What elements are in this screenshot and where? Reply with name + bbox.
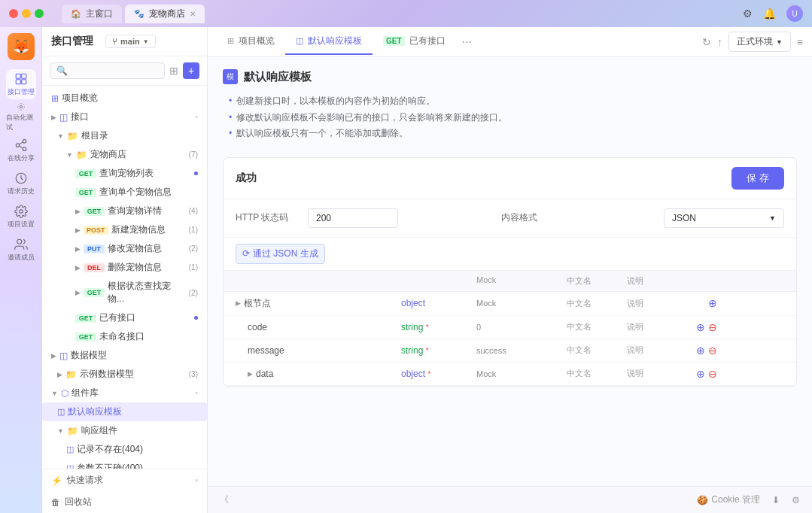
tree-label: 参数不正确(400) xyxy=(77,462,143,469)
tree-item-interface[interactable]: ▶ ◫ 接口 • xyxy=(42,108,207,126)
tree-item-existing-api[interactable]: GET 已有接口 xyxy=(42,308,207,327)
tab-pet-shop[interactable]: 🐾 宠物商店 ✕ xyxy=(125,5,205,23)
tree-item-data-model[interactable]: ▶ ◫ 数据模型 xyxy=(42,346,207,365)
field-type-cell: string * xyxy=(401,345,476,356)
chevron-down-icon: ▼ xyxy=(51,390,58,397)
tree-label: 示例数据模型 xyxy=(80,368,134,381)
save-button[interactable]: 保 存 xyxy=(731,167,784,190)
tree-item-example-model[interactable]: ▶ 📁 示例数据模型 (3) xyxy=(42,365,207,384)
sidebar-label-interface: 接口管理 xyxy=(8,87,35,97)
svg-rect-2 xyxy=(16,79,20,83)
quick-request-item[interactable]: ⚡ 快速请求 • xyxy=(42,469,207,491)
settings-icon[interactable]: ⚙ xyxy=(743,8,753,20)
tab-close-icon[interactable]: ✕ xyxy=(190,10,196,18)
filter-icon[interactable]: ⊞ xyxy=(169,65,178,77)
remove-field-button[interactable]: ⊖ xyxy=(708,321,717,333)
tree-item-query-by-status[interactable]: ▶ GET 根据状态查找宠物... (2) xyxy=(42,277,207,308)
tree-item-delete-pet[interactable]: ▶ DEL 删除宠物信息 (1) xyxy=(42,258,207,277)
tree-item-new-pet[interactable]: ▶ POST 新建宠物信息 (1) xyxy=(42,220,207,239)
chevron-right-icon: ▶ xyxy=(75,289,81,296)
recycle-item[interactable]: 🗑 回收站 xyxy=(42,491,207,513)
remove-field-button[interactable]: ⊖ xyxy=(708,368,717,380)
chevron-down-icon: ▼ xyxy=(143,38,149,45)
tree-item-record-not-found[interactable]: ◫ 记录不存在(404) xyxy=(42,440,207,459)
tree-item-project-overview[interactable]: ⊞ 项目概览 xyxy=(42,89,207,108)
chevron-right-icon: ▶ xyxy=(236,299,241,307)
info-list: 创建新接口时，以本模板的内容作为初始的响应。 修改默认响应模板不会影响已有的接口… xyxy=(223,93,797,142)
import-button[interactable]: ⬇ xyxy=(772,495,780,505)
generate-icon: ⟳ xyxy=(242,248,250,259)
settings-button[interactable]: ⚙ xyxy=(792,495,800,505)
sidebar-label-invite: 邀请成员 xyxy=(8,253,35,263)
tree-item-modify-pet[interactable]: ▶ PUT 修改宠物信息 (2) xyxy=(42,239,207,258)
tree-label: 记录不存在(404) xyxy=(77,443,143,456)
bottom-right-actions: 🍪 Cookie 管理 ⬇ ⚙ xyxy=(697,493,800,506)
row-actions: ⊕ ⊖ xyxy=(672,321,717,333)
add-field-button[interactable]: ⊕ xyxy=(696,345,705,357)
main-content: ⊞ 项目概览 ◫ 默认响应模板 GET 已有接口 ··· ↻ ↑ 正式环境 ▼ … xyxy=(208,27,812,513)
tree-item-pet-shop[interactable]: ▼ 📁 宠物商店 (7) xyxy=(42,145,207,164)
search-input[interactable] xyxy=(71,65,158,76)
method-badge-get: GET xyxy=(75,314,96,323)
tree-item-components[interactable]: ▼ ⬡ 组件库 • xyxy=(42,384,207,402)
app-container: 🦊 接口管理 自动化测试 在线分享 请求历史 项目设置 邀请成员 接口管理 xyxy=(0,27,812,513)
avatar[interactable]: U xyxy=(786,5,803,22)
tree-item-default-template[interactable]: ◫ 默认响应模板 xyxy=(42,402,207,421)
tab-default-response[interactable]: ◫ 默认响应模板 xyxy=(285,29,373,55)
tree-label: 接口 xyxy=(71,111,89,123)
item-count: (1) xyxy=(189,263,198,272)
chevron-down-icon: ▼ xyxy=(776,38,783,46)
env-selector[interactable]: 正式环境 ▼ xyxy=(728,32,791,52)
tab-project-overview[interactable]: ⊞ 项目概览 xyxy=(217,29,285,55)
tree-label: 根目录 xyxy=(81,129,108,142)
http-status-input[interactable] xyxy=(308,208,398,228)
tree-item-query-detail[interactable]: ▶ GET 查询宠物详情 (4) xyxy=(42,202,207,220)
add-button[interactable]: + xyxy=(183,62,199,79)
tree-item-root[interactable]: ▼ 📁 根目录 xyxy=(42,126,207,145)
close-button[interactable] xyxy=(9,9,18,18)
tree-item-response-components[interactable]: ▼ 📁 响应组件 xyxy=(42,421,207,440)
cookie-label: Cookie 管理 xyxy=(711,493,760,506)
collapse-button[interactable]: 《 xyxy=(220,493,229,506)
sidebar-item-share[interactable]: 在线分享 xyxy=(6,135,36,165)
cookie-manager-button[interactable]: 🍪 Cookie 管理 xyxy=(697,493,760,506)
tree-item-query-single[interactable]: GET 查询单个宠物信息 xyxy=(42,183,207,202)
add-field-button[interactable]: ⊕ xyxy=(708,297,717,309)
tab-home[interactable]: 🏠 主窗口 xyxy=(62,5,122,23)
field-type: string xyxy=(401,345,423,356)
refresh-icon[interactable]: ↻ xyxy=(702,36,711,48)
sidebar-item-invite[interactable]: 邀请成员 xyxy=(6,235,36,265)
content-format-selector[interactable]: JSON ▼ xyxy=(664,208,784,228)
add-field-button[interactable]: ⊕ xyxy=(696,368,705,380)
more-menu-icon[interactable]: ≡ xyxy=(797,36,803,48)
bell-icon[interactable]: 🔔 xyxy=(763,8,776,20)
required-star: * xyxy=(427,370,430,378)
upload-icon[interactable]: ↑ xyxy=(717,36,722,48)
sidebar-item-interface[interactable]: 接口管理 xyxy=(6,69,36,99)
info-item-3: 默认响应模板只有一个，不能添加或删除。 xyxy=(229,126,797,142)
branch-selector[interactable]: ⑂ main ▼ xyxy=(105,35,156,48)
tab-home-label: 主窗口 xyxy=(86,8,113,20)
tab-label: 默认响应模板 xyxy=(308,35,362,47)
form-row-status: HTTP 状态码 内容格式 JSON ▼ xyxy=(224,199,796,238)
tree-item-query-pets[interactable]: GET 查询宠物列表 xyxy=(42,164,207,183)
sidebar-item-history[interactable]: 请求历史 xyxy=(6,168,36,199)
field-type-cell: string * xyxy=(401,322,476,332)
sidebar-label-history: 请求历史 xyxy=(8,187,35,196)
field-name-message: message xyxy=(236,345,401,356)
remove-field-button[interactable]: ⊖ xyxy=(708,345,717,357)
more-tabs-button[interactable]: ··· xyxy=(456,35,478,49)
maximize-button[interactable] xyxy=(35,9,44,18)
add-field-button[interactable]: ⊕ xyxy=(696,321,705,333)
nav-toolbar: 🔍 ⊞ + xyxy=(42,56,207,86)
sidebar-item-automation[interactable]: 自动化测试 xyxy=(6,102,36,132)
cn-name: 中文名 xyxy=(567,345,627,356)
tree-item-unnamed-api[interactable]: GET 未命名接口 xyxy=(42,327,207,346)
sidebar-item-settings[interactable]: 项目设置 xyxy=(6,202,36,232)
success-header: 成功 保 存 xyxy=(224,158,796,199)
json-generate-button[interactable]: ⟳ 通过 JSON 生成 xyxy=(236,244,325,264)
method-badge-get: GET xyxy=(75,169,96,178)
minimize-button[interactable] xyxy=(22,9,31,18)
tab-existing-api[interactable]: GET 已有接口 xyxy=(373,29,456,55)
tree-item-param-error[interactable]: ◫ 参数不正确(400) xyxy=(42,459,207,469)
